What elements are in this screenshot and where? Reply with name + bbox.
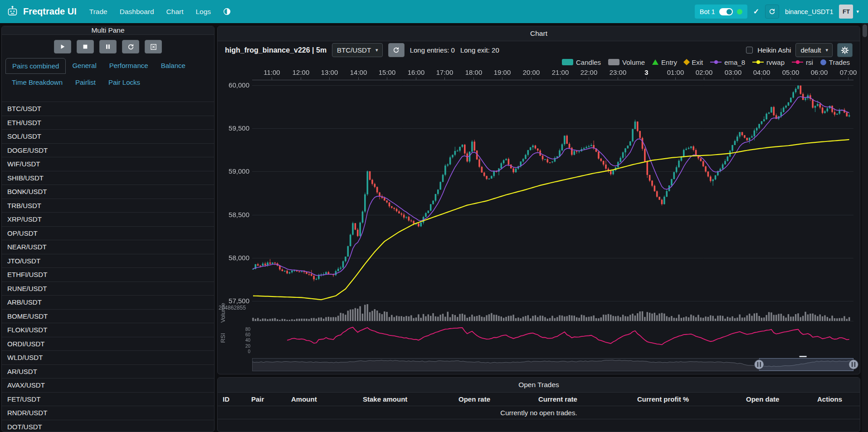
top-navbar: Freqtrade UI TradeDashboardChartLogs Bot… (0, 0, 868, 23)
plot-config-select[interactable]: default ▾ (795, 43, 833, 57)
legend-ema-8[interactable]: ema_8 (710, 58, 745, 66)
multi-pane-panel: Multi Pane Pairs combinedGeneralPerforma… (1, 26, 215, 432)
legend-candles[interactable]: Candles (562, 58, 601, 66)
col-pair: Pair (246, 395, 286, 403)
app-title[interactable]: Freqtrade UI (23, 6, 77, 17)
pair-row-wld-usdt[interactable]: WLD/USDT (2, 351, 214, 365)
pair-row-sol-usdt[interactable]: SOL/USDT (2, 130, 214, 144)
chart-toolbar: high_frog_binance_v226 | 5m BTC/USDT ▾ L… (218, 43, 860, 57)
reload-bot-button[interactable] (765, 5, 779, 19)
legend-label: Entry (661, 58, 677, 66)
pair-row-bonk-usdt[interactable]: BONK/USDT (2, 185, 214, 199)
tab-performance[interactable]: Performance (103, 58, 155, 74)
legend-rvwap[interactable]: rvwap (752, 58, 785, 66)
nav-link-dashboard[interactable]: Dashboard (120, 8, 154, 16)
legend-rsi[interactable]: rsi (792, 58, 813, 66)
pair-row-arb-usdt[interactable]: ARB/USDT (2, 296, 214, 310)
legend-volume[interactable]: Volume (608, 58, 645, 66)
pair-row-ethfi-usdt[interactable]: ETHFI/USDT (2, 268, 214, 282)
legend-label: rsi (806, 58, 813, 66)
legend-entry[interactable]: Entry (652, 58, 677, 66)
pair-row-shib-usdt[interactable]: SHIB/USDT (2, 171, 214, 185)
col-open-date: Open date (741, 395, 812, 403)
price-chart-canvas[interactable] (218, 66, 860, 374)
bot-ok-check-icon: ✓ (753, 7, 759, 16)
pair-row-doge-usdt[interactable]: DOGE/USDT (2, 144, 214, 158)
pair-row-op-usdt[interactable]: OP/USDT (2, 227, 214, 241)
legend-label: Exit (692, 58, 703, 66)
pair-list: BTC/USDTETH/USDTSOL/USDTDOGE/USDTWIF/USD… (2, 102, 214, 432)
pair-row-dot-usdt[interactable]: DOT/USDT (2, 420, 214, 432)
legend-label: rvwap (766, 58, 785, 66)
legend-marker-triangle-icon (652, 59, 658, 65)
pair-row-ar-usdt[interactable]: AR/USDT (2, 365, 214, 379)
nav-links: TradeDashboardChartLogs (89, 8, 223, 16)
right-column: Chart high_frog_binance_v226 | 5m BTC/US… (217, 26, 860, 432)
pause-button[interactable] (99, 40, 117, 53)
pair-row-wif-usdt[interactable]: WIF/USDT (2, 157, 214, 171)
stop-button[interactable] (77, 40, 94, 53)
heikin-ashi-checkbox[interactable] (746, 47, 753, 53)
reload-icon (127, 44, 134, 50)
nav-link-trade[interactable]: Trade (89, 8, 107, 16)
multi-pane-title: Multi Pane (2, 26, 214, 35)
bot-name-label: Bot 1 (700, 8, 715, 15)
legend-label: ema_8 (724, 58, 745, 66)
pair-row-floki-usdt[interactable]: FLOKI/USDT (2, 323, 214, 337)
pair-row-avax-usdt[interactable]: AVAX/USDT (2, 379, 214, 393)
open-trades-panel: Open Trades IDPairAmountStake amountOpen… (217, 377, 860, 432)
pair-select[interactable]: BTC/USDT ▾ (332, 43, 383, 57)
legend-line-dot-icon (714, 60, 718, 64)
pair-row-ordi-usdt[interactable]: ORDI/USDT (2, 337, 214, 351)
pair-row-fet-usdt[interactable]: FET/USDT (2, 393, 214, 407)
play-icon (59, 44, 66, 50)
open-trades-title: Open Trades (218, 378, 860, 393)
main-content: Multi Pane Pairs combinedGeneralPerforma… (1, 26, 860, 432)
legend-marker-circle-icon (820, 59, 826, 65)
pair-row-bome-usdt[interactable]: BOME/USDT (2, 310, 214, 324)
exchange-account-label: binance_USDT1 (785, 8, 833, 15)
nav-link-logs[interactable]: Logs (195, 8, 211, 16)
reload-icon (393, 47, 400, 53)
pair-row-trb-usdt[interactable]: TRB/USDT (2, 199, 214, 213)
page-scrollbar[interactable] (862, 23, 868, 432)
tab-pairs-combined[interactable]: Pairs combined (5, 58, 66, 74)
play-button[interactable] (54, 40, 71, 53)
tab-balance[interactable]: Balance (155, 58, 192, 74)
clear-chart-button[interactable] (145, 40, 162, 53)
pair-select-value: BTC/USDT (337, 46, 371, 54)
pair-row-btc-usdt[interactable]: BTC/USDT (2, 102, 214, 116)
chart-x-icon (150, 44, 157, 50)
tabs-row-2: Time BreakdownPairlistPair Locks (2, 75, 214, 90)
legend-marker-rect-icon (562, 59, 573, 65)
legend-exit[interactable]: Exit (684, 58, 703, 66)
pair-row-near-usdt[interactable]: NEAR/USDT (2, 240, 214, 254)
chart-panel: Chart high_frog_binance_v226 | 5m BTC/US… (217, 26, 860, 374)
tab-general[interactable]: General (66, 58, 102, 74)
bot-selector-pill[interactable]: Bot 1 (695, 5, 747, 19)
scrollbar-thumb[interactable] (863, 24, 867, 37)
pair-row-jto-usdt[interactable]: JTO/USDT (2, 254, 214, 268)
chevron-down-icon: ▾ (825, 47, 828, 53)
pair-row-eth-usdt[interactable]: ETH/USDT (2, 116, 214, 130)
nav-link-chart[interactable]: Chart (166, 8, 184, 16)
legend-trades[interactable]: Trades (820, 58, 850, 66)
tab-time-breakdown[interactable]: Time Breakdown (5, 75, 69, 90)
refresh-chart-button[interactable] (388, 43, 405, 57)
col-current-rate: Current rate (533, 395, 632, 403)
plot-settings-button[interactable] (837, 43, 853, 57)
pair-row-rndr-usdt[interactable]: RNDR/USDT (2, 406, 214, 420)
theme-toggle-icon[interactable] (223, 8, 231, 15)
tab-pair-locks[interactable]: Pair Locks (102, 75, 146, 90)
pair-row-rune-usdt[interactable]: RUNE/USDT (2, 282, 214, 296)
reload-chart-button[interactable] (122, 40, 139, 53)
chart-legend: CandlesVolumeEntryExitema_8rvwaprsiTrade… (218, 58, 850, 66)
tab-pairlist[interactable]: Pairlist (69, 75, 102, 90)
legend-line-dot-icon (796, 60, 800, 64)
pair-row-xrp-usdt[interactable]: XRP/USDT (2, 213, 214, 227)
legend-marker-line-icon (792, 62, 803, 63)
long-entries-count: Long entries: 0 (410, 46, 455, 54)
bot-toggle-switch[interactable] (719, 8, 733, 15)
chart-toolbar-right: Heikin Ashi default ▾ (746, 43, 853, 57)
user-avatar[interactable]: FT (839, 5, 853, 19)
